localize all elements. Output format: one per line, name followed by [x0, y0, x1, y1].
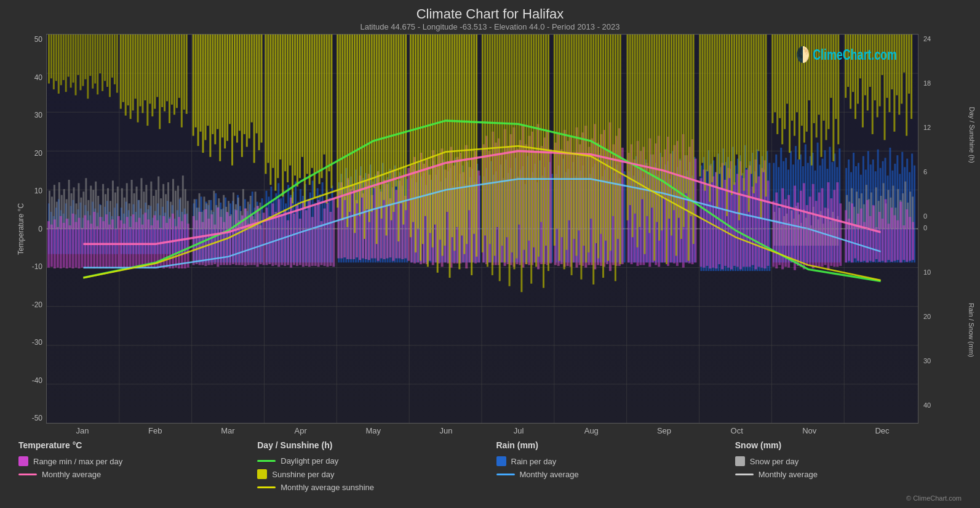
svg-rect-1061 [748, 34, 750, 212]
legend-rain-bar-icon [496, 456, 506, 466]
svg-rect-915 [373, 34, 375, 188]
svg-rect-742 [778, 208, 781, 265]
x-axis: Jan Feb Mar Apr May Jun Jul Aug Sep Oct … [46, 424, 918, 435]
svg-rect-593 [311, 217, 314, 266]
svg-rect-900 [337, 34, 338, 208]
legend-snow-avg-icon [735, 474, 754, 475]
svg-rect-1114 [886, 34, 888, 98]
svg-rect-945 [449, 34, 451, 278]
svg-rect-530 [118, 216, 120, 268]
svg-rect-792 [63, 34, 65, 80]
svg-rect-728 [733, 182, 736, 266]
svg-rect-794 [68, 34, 70, 77]
svg-rect-847 [202, 34, 204, 153]
svg-rect-1069 [771, 34, 773, 123]
svg-rect-871 [261, 34, 263, 143]
legend-temp-range-icon [18, 456, 28, 466]
svg-rect-932 [417, 34, 419, 229]
y-right-tick-18: 18 [923, 79, 968, 87]
svg-rect-524 [99, 217, 102, 268]
svg-rect-858 [229, 34, 231, 124]
svg-rect-891 [311, 34, 313, 168]
svg-rect-883 [292, 34, 293, 203]
svg-rect-575 [257, 206, 259, 267]
svg-rect-693 [621, 148, 624, 264]
svg-rect-833 [164, 34, 165, 111]
svg-rect-551 [181, 221, 183, 268]
svg-rect-848 [204, 34, 206, 140]
svg-rect-895 [321, 34, 323, 178]
svg-rect-922 [390, 34, 392, 220]
svg-rect-991 [568, 34, 570, 220]
y-tick-30: 30 [34, 111, 42, 119]
svg-rect-795 [70, 34, 72, 87]
y-tick-0: 0 [38, 225, 42, 233]
svg-rect-546 [165, 223, 168, 268]
svg-rect-755 [818, 193, 821, 267]
svg-rect-893 [316, 34, 318, 172]
page-wrapper: Climate Chart for Halifax Latitude 44.67… [0, 0, 980, 508]
svg-rect-1027 [661, 34, 663, 230]
svg-rect-999 [588, 34, 589, 252]
svg-rect-523 [96, 226, 98, 267]
legend-rain-bar: Rain per day [496, 456, 723, 466]
svg-rect-963 [496, 34, 498, 227]
svg-rect-1054 [731, 34, 733, 195]
svg-rect-753 [812, 184, 815, 268]
svg-rect-723 [718, 188, 720, 264]
svg-rect-1064 [755, 34, 757, 183]
svg-rect-818 [127, 34, 129, 105]
svg-rect-509 [54, 219, 56, 268]
svg-rect-872 [265, 34, 266, 174]
svg-rect-956 [476, 34, 477, 257]
svg-rect-938 [432, 34, 434, 248]
svg-rect-879 [282, 34, 284, 196]
svg-rect-960 [489, 34, 491, 244]
y-right-tick-40: 40 [923, 401, 968, 409]
legend-daylight: Daylight per day [257, 456, 484, 466]
svg-rect-1118 [896, 34, 898, 95]
svg-rect-814 [116, 34, 118, 93]
svg-rect-1029 [666, 34, 667, 264]
svg-rect-552 [184, 214, 186, 268]
svg-rect-954 [471, 34, 472, 275]
svg-rect-806 [97, 34, 98, 94]
svg-rect-1049 [719, 34, 720, 174]
legend-rain-avg-icon [496, 474, 515, 475]
y-tick-10: 10 [34, 187, 42, 195]
svg-rect-549 [175, 226, 177, 267]
svg-rect-1063 [753, 34, 755, 193]
svg-rect-828 [151, 34, 153, 116]
svg-rect-752 [809, 196, 811, 265]
svg-rect-1012 [619, 34, 621, 264]
svg-rect-781 [899, 202, 902, 263]
svg-rect-380 [80, 198, 82, 229]
svg-rect-412 [160, 198, 162, 228]
chart-area: Temperature °C 50 40 30 20 10 0 -10 -20 … [12, 34, 968, 424]
y-right-rain-label: Rain / Snow (mm) [968, 303, 975, 357]
svg-rect-558 [204, 209, 207, 266]
month-nov: Nov [773, 426, 846, 435]
chart-main: 🌓 ClimeChart.com 🌓 ClimeChart.com [46, 34, 918, 424]
svg-rect-1033 [675, 34, 677, 256]
svg-rect-1047 [714, 34, 715, 157]
svg-rect-1065 [758, 34, 760, 151]
svg-rect-535 [132, 214, 135, 268]
svg-rect-783 [906, 209, 908, 262]
svg-rect-1058 [741, 34, 743, 175]
svg-rect-579 [268, 216, 271, 264]
svg-rect-1017 [637, 34, 639, 248]
svg-rect-418 [175, 191, 177, 229]
subtitle: Latitude 44.675 - Longitude -63.513 - El… [12, 22, 968, 31]
svg-rect-884 [294, 34, 296, 175]
svg-rect-933 [420, 34, 421, 261]
svg-rect-840 [181, 34, 183, 127]
svg-rect-1031 [671, 34, 672, 235]
svg-rect-1048 [716, 34, 718, 208]
svg-rect-1121 [903, 34, 905, 73]
svg-rect-594 [314, 206, 317, 265]
svg-rect-404 [140, 178, 142, 228]
svg-rect-1011 [617, 34, 619, 239]
svg-rect-854 [219, 34, 221, 161]
svg-rect-957 [482, 34, 484, 252]
